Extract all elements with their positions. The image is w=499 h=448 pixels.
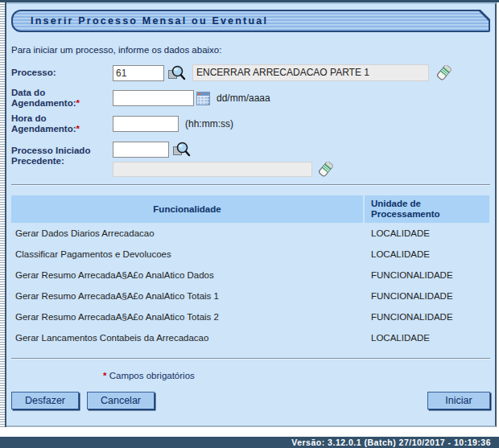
precedente-search-icon[interactable]: [172, 141, 191, 158]
precedente-description: [113, 162, 312, 177]
unidade-cell: FUNCIONALIDADE: [363, 270, 488, 280]
hora-agendamento-input[interactable]: [113, 116, 179, 132]
unidade-cell: FUNCIONALIDADE: [363, 312, 488, 322]
intro-text: Para iniciar um processo, informe os dad…: [11, 45, 495, 55]
required-asterisk: *: [103, 371, 106, 380]
processo-precedente-row: Processo Iniciado Precedente:: [11, 141, 495, 178]
table-row: Gerar Resumo ArrecadaA§A£o AnalAtico Tot…: [11, 306, 489, 327]
required-fields-note: * Campos obrigatórios: [103, 371, 495, 380]
processo-eraser-icon[interactable]: [435, 64, 452, 81]
header-funcionalidade: Funcionalidade: [11, 195, 363, 223]
funcionalidade-cell: Gerar Resumo ArrecadaA§A£o AnalAtico Tot…: [11, 312, 363, 322]
time-format-hint: (hh:mm:ss): [185, 118, 233, 129]
funcionalidade-table: Funcionalidade Unidade de Processamento …: [11, 195, 489, 348]
table-row: Classificar Pagamentos e Devolucoes LOCA…: [11, 244, 489, 265]
funcionalidade-cell: Gerar Resumo ArrecadaA§A£o AnalAtico Dad…: [11, 270, 363, 280]
required-asterisk: *: [76, 98, 80, 108]
calendar-icon[interactable]: [196, 92, 210, 105]
funcionalidade-cell: Gerar Dados Diarios Arrecadacao: [11, 228, 363, 238]
processo-precedente-label: Processo Iniciado Precedente:: [11, 141, 113, 166]
processo-row: Processo: ENCERRAR ARRECADACAO PARTE 1: [11, 64, 495, 81]
iniciar-button[interactable]: Iniciar: [427, 392, 490, 409]
left-decorative-strip: [0, 2, 6, 427]
funcionalidade-cell: Gerar Lancamentos Contabeis da Arrecadac…: [11, 333, 363, 343]
button-row: Desfazer Cancelar Iniciar: [11, 392, 490, 409]
table-row: Gerar Resumo ArrecadaA§A£o AnalAtico Dad…: [11, 265, 489, 286]
data-agendamento-input[interactable]: [113, 90, 194, 106]
unidade-cell: LOCALIDADE: [363, 228, 488, 238]
table-body: Gerar Dados Diarios Arrecadacao LOCALIDA…: [11, 223, 489, 348]
title-bar: Inserir Processo Mensal ou Eventual: [11, 10, 490, 32]
processo-description: ENCERRAR ARRECADACAO PARTE 1: [192, 64, 429, 81]
unidade-cell: FUNCIONALIDADE: [363, 291, 488, 301]
processo-search-icon[interactable]: [167, 64, 186, 81]
page-body: Inserir Processo Mensal ou Eventual Para…: [6, 2, 497, 427]
page-title: Inserir Processo Mensal ou Eventual: [13, 11, 489, 31]
date-format-hint: dd/mm/aaaa: [217, 92, 270, 104]
hora-agendamento-label: Hora do Agendamento:*: [11, 113, 113, 134]
desfazer-button[interactable]: Desfazer: [11, 392, 79, 409]
hora-agendamento-row: Hora do Agendamento:* (hh:mm:ss): [11, 113, 495, 134]
status-bar: Versão: 3.12.0.1 (Batch) 27/10/2017 - 10…: [0, 437, 499, 448]
processo-label: Processo:: [11, 68, 113, 78]
separator-line: [11, 184, 490, 186]
data-agendamento-row: Data do Agendamento:* dd/mm/aaaa: [11, 88, 495, 109]
cancelar-button[interactable]: Cancelar: [87, 392, 155, 409]
unidade-cell: LOCALIDADE: [363, 249, 488, 259]
header-unidade-processamento: Unidade de Processamento: [365, 195, 489, 223]
processo-precedente-input[interactable]: [113, 142, 169, 158]
table-row: Gerar Resumo ArrecadaA§A£o AnalAtico Tot…: [11, 286, 489, 306]
table-row: Gerar Dados Diarios Arrecadacao LOCALIDA…: [11, 223, 489, 244]
required-asterisk: *: [76, 124, 80, 134]
version-text: Versão: 3.12.0.1 (Batch) 27/10/2017 - 10…: [291, 438, 491, 447]
table-header-row: Funcionalidade Unidade de Processamento: [11, 195, 489, 223]
table-row: Gerar Lancamentos Contabeis da Arrecadac…: [11, 327, 489, 348]
precedente-eraser-icon[interactable]: [317, 161, 334, 178]
processo-input[interactable]: [113, 65, 164, 81]
unidade-cell: LOCALIDADE: [363, 333, 488, 343]
funcionalidade-cell: Gerar Resumo ArrecadaA§A£o AnalAtico Tot…: [11, 291, 363, 301]
data-agendamento-label: Data do Agendamento:*: [11, 88, 113, 109]
separator-line-bottom: [11, 358, 490, 360]
funcionalidade-cell: Classificar Pagamentos e Devolucoes: [11, 249, 363, 259]
